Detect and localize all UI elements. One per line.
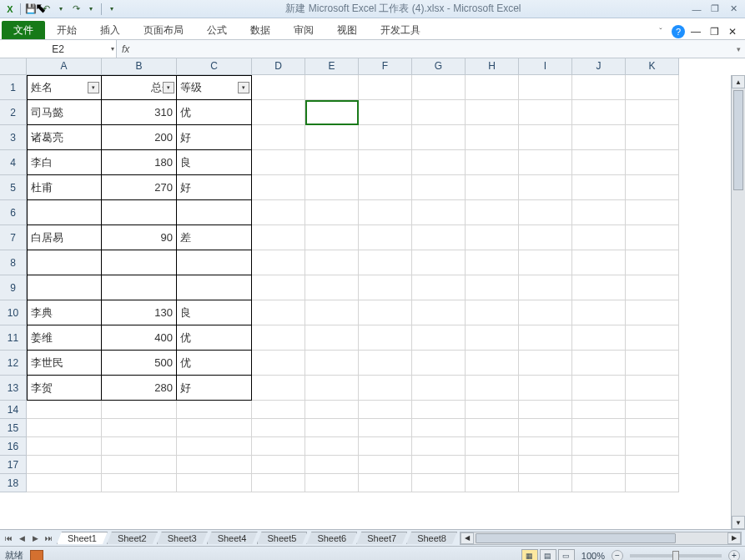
vertical-scrollbar[interactable]: ▲ ▼ [731, 75, 745, 529]
cell-F6[interactable] [359, 200, 412, 225]
cell-H6[interactable] [466, 200, 519, 225]
column-header-A[interactable]: A [27, 58, 102, 75]
cell-J5[interactable] [572, 175, 626, 200]
cell-J6[interactable] [572, 200, 626, 225]
cell-H8[interactable] [466, 250, 519, 275]
cell-K8[interactable] [626, 250, 679, 275]
cell-F13[interactable] [359, 376, 412, 401]
cell-I7[interactable] [519, 225, 572, 250]
cell-J3[interactable] [572, 125, 626, 150]
cell-H5[interactable] [466, 175, 519, 200]
cell-J13[interactable] [572, 376, 626, 401]
cell-E13[interactable] [305, 376, 359, 401]
tab-nav-last-icon[interactable]: ⏭ [42, 532, 55, 545]
cell-J11[interactable] [572, 325, 626, 351]
row-header[interactable]: 9 [0, 275, 27, 300]
row-header[interactable]: 10 [0, 300, 27, 325]
ribbon-tab-4[interactable]: 数据 [239, 21, 282, 39]
select-all-corner[interactable] [0, 58, 27, 75]
sheet-tab-Sheet4[interactable]: Sheet4 [207, 532, 258, 544]
cell-B1[interactable]: 总分▾ [102, 75, 177, 100]
zoom-slider-thumb[interactable] [672, 551, 679, 561]
cell-A1[interactable]: 姓名▾ [27, 75, 102, 100]
cell-K4[interactable] [626, 150, 679, 175]
cell-J17[interactable] [572, 456, 626, 474]
cell-A14[interactable] [27, 401, 102, 419]
cell-K15[interactable] [626, 419, 679, 437]
cell-E18[interactable] [305, 474, 359, 492]
scroll-up-button[interactable]: ▲ [732, 75, 745, 88]
cell-B3[interactable]: 200 [102, 125, 177, 150]
cell-F18[interactable] [359, 474, 412, 492]
sheet-tab-Sheet7[interactable]: Sheet7 [356, 532, 407, 544]
cell-A10[interactable]: 李典 [27, 300, 102, 325]
name-box[interactable]: E2 ▾ [0, 40, 117, 58]
sheet-tab-Sheet2[interactable]: Sheet2 [107, 532, 158, 544]
cell-G7[interactable] [412, 225, 466, 250]
cell-J12[interactable] [572, 351, 626, 376]
cell-F5[interactable] [359, 175, 412, 200]
cell-I9[interactable] [519, 275, 572, 300]
cell-B2[interactable]: 310 [102, 100, 177, 125]
cell-J18[interactable] [572, 474, 626, 492]
page-layout-view-button[interactable]: ▤ [540, 549, 556, 561]
cell-D10[interactable] [252, 300, 305, 325]
doc-restore-button[interactable]: ❐ [707, 24, 722, 39]
vertical-scroll-thumb[interactable] [733, 90, 743, 190]
cell-C10[interactable]: 良 [177, 300, 252, 325]
cell-J1[interactable] [572, 75, 626, 100]
cell-I1[interactable] [519, 75, 572, 100]
cell-E12[interactable] [305, 351, 359, 376]
cell-C12[interactable]: 优 [177, 351, 252, 376]
cell-C18[interactable] [177, 474, 252, 492]
filter-dropdown-icon[interactable]: ▾ [238, 82, 249, 93]
fx-icon[interactable]: fx [122, 43, 129, 55]
ribbon-tab-5[interactable]: 审阅 [282, 21, 325, 39]
redo-dropdown-icon[interactable]: ▾ [84, 3, 98, 16]
cell-I15[interactable] [519, 419, 572, 437]
cell-C11[interactable]: 优 [177, 325, 252, 351]
zoom-out-button[interactable]: − [612, 550, 623, 561]
cell-C5[interactable]: 好 [177, 175, 252, 200]
cell-D18[interactable] [252, 474, 305, 492]
doc-close-button[interactable]: ✕ [725, 24, 740, 39]
cell-I13[interactable] [519, 376, 572, 401]
cell-E14[interactable] [305, 401, 359, 419]
filter-dropdown-icon[interactable]: ▾ [88, 82, 99, 93]
cell-A8[interactable] [27, 250, 102, 275]
cell-G12[interactable] [412, 351, 466, 376]
cell-E6[interactable] [305, 200, 359, 225]
cell-I3[interactable] [519, 125, 572, 150]
cell-F15[interactable] [359, 419, 412, 437]
cell-B8[interactable] [102, 250, 177, 275]
row-header[interactable]: 7 [0, 225, 27, 250]
cell-E2[interactable] [305, 100, 359, 125]
cell-E17[interactable] [305, 456, 359, 474]
cell-G17[interactable] [412, 456, 466, 474]
redo-icon[interactable]: ↷ [69, 3, 83, 16]
cell-J8[interactable] [572, 250, 626, 275]
cell-G8[interactable] [412, 250, 466, 275]
cell-I2[interactable] [519, 100, 572, 125]
cell-A15[interactable] [27, 419, 102, 437]
sheet-tab-Sheet1[interactable]: Sheet1 [57, 532, 108, 544]
undo-dropdown-icon[interactable]: ▾ [54, 3, 68, 16]
cell-C15[interactable] [177, 419, 252, 437]
cell-I5[interactable] [519, 175, 572, 200]
cell-C4[interactable]: 良 [177, 150, 252, 175]
sheet-tab-Sheet8[interactable]: Sheet8 [406, 532, 457, 544]
cell-C13[interactable]: 好 [177, 376, 252, 401]
cell-K14[interactable] [626, 401, 679, 419]
cell-A17[interactable] [27, 456, 102, 474]
cell-K18[interactable] [626, 474, 679, 492]
cell-F12[interactable] [359, 351, 412, 376]
ribbon-minimize-icon[interactable]: ˇ [653, 24, 668, 39]
cell-D16[interactable] [252, 437, 305, 456]
cell-I10[interactable] [519, 300, 572, 325]
cell-H1[interactable] [466, 75, 519, 100]
ribbon-tab-0[interactable]: 开始 [45, 21, 88, 39]
cell-D17[interactable] [252, 456, 305, 474]
scroll-left-button[interactable]: ◀ [461, 532, 474, 544]
row-header[interactable]: 14 [0, 401, 27, 419]
cell-H11[interactable] [466, 325, 519, 351]
